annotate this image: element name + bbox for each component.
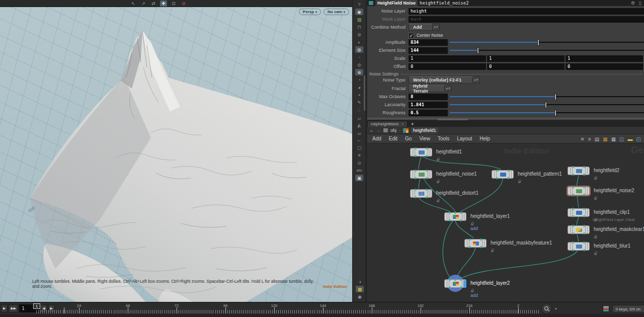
tools-icon[interactable]: ✕ (581, 136, 585, 142)
menu-layout[interactable]: Layout (457, 136, 472, 141)
back-button[interactable]: ← (369, 128, 374, 133)
menu-view[interactable]: View (419, 136, 430, 141)
menu-tools[interactable]: Tools (438, 136, 449, 141)
background-image-icon[interactable]: ▣ (355, 175, 363, 181)
node-name-field[interactable]: heightfield_noise2 (420, 1, 628, 6)
roughness-slider[interactable] (450, 110, 644, 116)
node-body[interactable] (444, 279, 466, 288)
slider-handle[interactable] (545, 102, 547, 108)
zoom-region-icon[interactable]: ⊡ (170, 1, 177, 7)
graph-node-heightfield-maskclear1[interactable]: heightfield_maskclear1 (568, 225, 644, 243)
help-icon[interactable]: ? (355, 1, 363, 8)
node-body[interactable] (492, 170, 514, 179)
node-body[interactable] (410, 189, 432, 198)
graph-node-heightfield-noise2[interactable]: heightfield_noise2 (568, 187, 644, 204)
color-grid-icon[interactable]: ▦ (356, 286, 364, 292)
dependency-icon[interactable]: ◫ (619, 136, 624, 142)
point-trail-icon[interactable]: ✎ (355, 99, 363, 106)
node-body[interactable] (444, 212, 466, 221)
node-body[interactable] (568, 167, 590, 175)
material-sphere-icon[interactable]: ◐ (355, 39, 363, 45)
spinner-icon[interactable]: ▲▼ (445, 85, 452, 92)
lacunarity-slider[interactable] (450, 102, 644, 108)
noise-layer-input[interactable]: height (409, 8, 644, 15)
graph-node-heightfield-layer1[interactable]: heightfield_layer1 add (444, 212, 535, 229)
layout-grid-icon[interactable]: ▦ (611, 136, 616, 142)
select-parts-icon[interactable]: ↗ (140, 1, 147, 7)
graph-node-heightfield-distort1[interactable]: heightfield_distort1 (410, 189, 501, 206)
select-tool-icon[interactable]: ↖ (130, 1, 137, 7)
visibility-icon[interactable]: ◉ (355, 9, 363, 15)
overview-icon[interactable]: ◰ (636, 136, 641, 142)
spinner-icon[interactable]: ▲▼ (433, 24, 440, 31)
center-noise-checkbox[interactable]: ✓ (409, 33, 414, 38)
contrast-icon[interactable]: ◑ (356, 278, 364, 285)
graph-node-heightfield-clip1[interactable]: heightfield_clip1 (568, 208, 644, 225)
node-body[interactable] (410, 170, 432, 179)
point-numbers-icon[interactable]: ₁₂ (355, 114, 363, 121)
menu-edit[interactable]: Edit (389, 136, 397, 141)
element-size-input[interactable]: 144 (409, 47, 448, 54)
slider-handle[interactable] (554, 94, 556, 100)
view-tool-icon[interactable]: ✚ (160, 1, 167, 7)
network-graph[interactable]: Indie Edition Geo (367, 143, 644, 302)
max-octaves-input[interactable]: 8 (409, 94, 448, 100)
graph-node-heightfield-blur1[interactable]: heightfield_blur1 (568, 242, 644, 259)
axis-icon[interactable]: ✳ (355, 152, 363, 158)
prim-normals-icon[interactable]: ◭ (355, 122, 363, 128)
tree-view-icon[interactable]: ≡ (588, 136, 591, 142)
slider-handle[interactable] (554, 110, 556, 116)
node-body[interactable] (568, 187, 590, 195)
element-size-slider[interactable] (450, 47, 644, 54)
display-flag[interactable] (463, 280, 466, 288)
play-button[interactable]: ▶ (1, 304, 8, 312)
amplitude-slider[interactable] (450, 39, 644, 46)
snap-off-icon[interactable]: ⊘ (180, 1, 187, 7)
timeline-ruler[interactable]: 244872961201441681922162 1 (36, 303, 539, 313)
max-octaves-slider[interactable] (450, 94, 644, 100)
menu-go[interactable]: Go (405, 136, 412, 141)
scene-viewport[interactable]: ↖↗⇄✚⊡⊘ (0, 0, 352, 302)
sprite-icon[interactable]: ⊙ (355, 160, 363, 166)
eye-icon[interactable]: ◉ (356, 293, 364, 300)
point-normals-icon[interactable]: ∴ (355, 107, 363, 113)
menu-help[interactable]: Help (479, 136, 490, 141)
graph-node-heightfield-maskbyfeature1[interactable]: heightfield_maskbyfeature1 (464, 239, 555, 256)
forward-button[interactable]: → (376, 128, 381, 133)
playhead-marker[interactable]: 1 (33, 303, 40, 309)
scale-x-input[interactable]: 1 (409, 55, 486, 62)
node-body[interactable] (568, 208, 590, 217)
graph-node-heightfield2[interactable]: heightfield2 (568, 167, 644, 184)
jump-end-button[interactable]: ▶▶ (9, 304, 18, 312)
amplitude-input[interactable]: 834 (409, 39, 448, 46)
combine-method-dropdown[interactable]: Add (409, 24, 433, 31)
toolbar-scrollbar[interactable] (364, 75, 365, 111)
camera-a-icon[interactable]: ◔ (355, 76, 363, 83)
gear-icon[interactable]: ⚙ (630, 1, 635, 6)
scale-z-input[interactable]: 1 (566, 55, 643, 62)
offset-x-input[interactable]: 0 (409, 63, 486, 70)
perspective-view-icon[interactable]: ⊕ (355, 69, 363, 75)
lacunarity-input[interactable]: 1.841 (409, 102, 448, 108)
spinner-icon[interactable]: ▲▼ (473, 76, 480, 84)
lock-view-icon[interactable]: ⊓ (355, 24, 363, 30)
noise-type-dropdown[interactable]: Worley (cellular) F2-F1 (409, 76, 473, 84)
prim-numbers-icon[interactable]: ₄₂ (355, 129, 363, 136)
ghost-objects-icon[interactable]: ⊘ (355, 31, 363, 38)
camera-b-icon[interactable]: ◕ (355, 84, 363, 91)
scale-y-input[interactable]: 1 (487, 55, 565, 62)
sticky-note-icon[interactable]: ▬ (628, 136, 633, 142)
node-body[interactable] (568, 225, 590, 234)
network-tab[interactable]: /obj/heightfield1 × (367, 121, 408, 127)
keyframe-icon[interactable] (603, 305, 609, 312)
headlight-icon[interactable]: ◎ (355, 61, 363, 68)
camera-select-pill[interactable]: No cam▾ (324, 9, 349, 15)
offset-y-input[interactable]: 0 (487, 63, 565, 70)
list-view-icon[interactable]: ▤ (595, 136, 599, 142)
fractal-dropdown[interactable]: Hybrid Terrain (409, 85, 445, 92)
offset-z-input[interactable]: 0 (566, 63, 643, 70)
lighting-icon[interactable]: ◍ (355, 46, 363, 53)
normal-light-icon[interactable]: ◦ (355, 54, 363, 60)
group-select-icon[interactable]: ▢ (355, 144, 363, 151)
text-display-icon[interactable]: abc (355, 167, 363, 174)
